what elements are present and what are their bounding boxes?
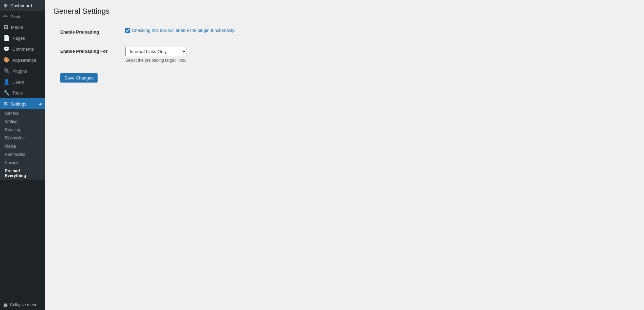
sidebar-item-pages[interactable]: 📄 Pages <box>0 33 45 44</box>
sidebar-item-appearance[interactable]: 🎨 Appearance <box>0 54 45 65</box>
preload-select[interactable]: Internal Links Only All Links External L… <box>125 47 187 56</box>
submenu-item-general[interactable]: General <box>0 109 45 117</box>
sidebar-item-label: Pages <box>12 36 25 41</box>
enable-preloading-label: Enable Preloading <box>60 29 99 35</box>
submenu-item-media[interactable]: Media <box>0 142 45 150</box>
enable-preloading-for-td: Internal Links Only All Links External L… <box>122 42 362 68</box>
enable-preloading-for-th: Enable Preloading For <box>53 42 122 68</box>
users-icon: 👤 <box>3 79 10 85</box>
submenu-item-permalinks[interactable]: Permalinks <box>0 150 45 159</box>
sidebar-item-label: Plugins <box>12 69 27 74</box>
enable-preloading-checkbox-label[interactable]: Checking this box will enable the plugin… <box>125 28 358 33</box>
sidebar-item-label: Dashboard <box>10 3 32 8</box>
appearance-icon: 🎨 <box>3 57 10 63</box>
sidebar-item-plugins[interactable]: 🔌 Plugins <box>0 65 45 76</box>
sidebar-item-tools[interactable]: 🔧 Tools <box>0 87 45 98</box>
enable-preloading-row: Enable Preloading Checking this box will… <box>53 23 362 42</box>
submenu-item-preload-everything[interactable]: Preload Everything <box>0 167 45 180</box>
media-icon: 🖼 <box>3 24 9 30</box>
settings-submenu: General Writing Reading Discussion Media… <box>0 109 45 180</box>
settings-icon: ⚙ <box>3 101 8 107</box>
enable-preloading-for-label: Enable Preloading For <box>60 49 108 54</box>
sidebar-item-label: Settings <box>10 101 26 107</box>
sidebar-item-label: Media <box>11 25 23 30</box>
collapse-label: Collapse menu <box>10 302 37 307</box>
submenu-item-writing[interactable]: Writing <box>0 117 45 126</box>
sidebar-item-comments[interactable]: 💬 Comments <box>0 44 45 54</box>
sidebar-item-users[interactable]: 👤 Users <box>0 76 45 87</box>
sidebar-item-label: Appearance <box>12 58 36 63</box>
sidebar-item-media[interactable]: 🖼 Media <box>0 22 45 33</box>
pages-icon: 📄 <box>3 35 10 41</box>
collapse-menu-button[interactable]: ⬤ Collapse menu <box>0 300 45 310</box>
enable-preloading-td: Checking this box will enable the plugin… <box>122 23 362 42</box>
save-changes-button[interactable]: Save Changes <box>60 73 98 83</box>
sidebar-item-posts[interactable]: ✏ Posts <box>0 11 45 22</box>
dashboard-icon: ⊞ <box>3 2 8 9</box>
preload-help-text: Select the preloading target links. <box>125 58 358 63</box>
submenu-item-reading[interactable]: Reading <box>0 126 45 134</box>
submenu-item-privacy[interactable]: Privacy <box>0 159 45 167</box>
sidebar-item-label: Comments <box>12 47 34 52</box>
sidebar-item-settings[interactable]: ⚙ Settings ◀ <box>0 98 45 109</box>
sidebar: ⊞ Dashboard ✏ Posts 🖼 Media 📄 Pages 💬 Co… <box>0 0 45 310</box>
main-content: General Settings Enable Preloading Check… <box>45 0 644 310</box>
sidebar-item-label: Users <box>12 79 24 85</box>
page-title: General Settings <box>53 7 635 16</box>
sidebar-item-label: Tools <box>12 90 23 96</box>
posts-icon: ✏ <box>3 13 8 20</box>
submenu-item-discussion[interactable]: Discussion <box>0 134 45 142</box>
enable-preloading-checkbox[interactable] <box>125 28 130 33</box>
form-table: Enable Preloading Checking this box will… <box>53 23 362 68</box>
plugins-icon: 🔌 <box>3 68 10 74</box>
enable-preloading-th: Enable Preloading <box>53 23 122 42</box>
comments-icon: 💬 <box>3 46 10 52</box>
enable-preloading-for-row: Enable Preloading For Internal Links Onl… <box>53 42 362 68</box>
enable-preloading-checkbox-text: Checking this box will enable the plugin… <box>132 28 235 33</box>
settings-form: Enable Preloading Checking this box will… <box>53 23 362 83</box>
collapse-icon: ⬤ <box>3 303 8 307</box>
tools-icon: 🔧 <box>3 90 10 96</box>
sidebar-item-label: Posts <box>10 14 22 19</box>
settings-arrow-icon: ◀ <box>39 102 41 106</box>
sidebar-item-dashboard[interactable]: ⊞ Dashboard <box>0 0 45 11</box>
